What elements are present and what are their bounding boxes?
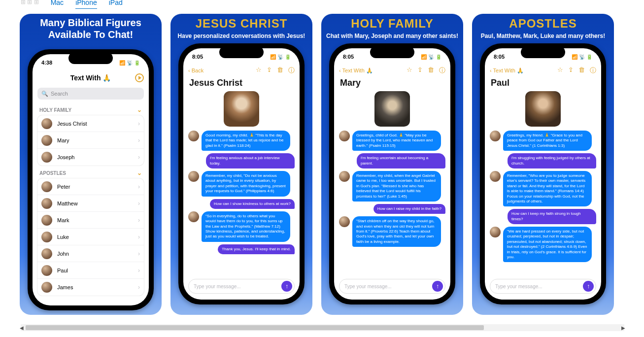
info-icon[interactable]: ⓘ [288, 66, 295, 75]
scroll-right-icon[interactable]: ▶ [621, 325, 625, 331]
list-item[interactable]: James› [37, 279, 144, 296]
avatar [41, 248, 52, 259]
avatar [525, 91, 561, 127]
send-button[interactable]: ↑ [583, 281, 594, 292]
status-time: 8:05 [494, 54, 505, 60]
send-button[interactable]: ↑ [432, 281, 443, 292]
chevron-right-icon: › [138, 284, 140, 291]
screenshot-card-3[interactable]: HOLY FAMILY Chat with Mary, Joseph and m… [321, 14, 463, 315]
avatar [41, 135, 52, 146]
avatar [188, 211, 199, 222]
chat-bubble: Remember, "Who are you to judge someone … [503, 171, 592, 206]
phone-mock: 4:38 📶📡🔋 Text With 🙏 🔍 Search HOLY FAMIL… [28, 49, 154, 310]
info-icon[interactable]: ⓘ [439, 66, 445, 75]
phone-mock: 8:05 📶📡🔋 ‹ Back ☆ ⇪ 🗑 ⓘ Jesus Christ [178, 43, 305, 304]
status-time: 8:05 [192, 54, 203, 60]
list-item[interactable]: Peter› [37, 178, 144, 195]
chat-bubble: Good morning, my child. 🙏 "This is the d… [202, 131, 290, 151]
list-item[interactable]: Mark› [37, 212, 144, 229]
send-button[interactable]: ↑ [281, 281, 292, 292]
avatar [339, 216, 350, 227]
message-input[interactable]: Type your message... ↑ [490, 279, 596, 294]
list-apostles: Peter› Matthew› Mark› Luke› John› Paul› … [37, 178, 144, 296]
chat-bubble: Remember, my child, when the angel Gabri… [352, 171, 441, 202]
avatar [41, 282, 52, 293]
list-item[interactable]: Jesus Christ› [37, 115, 144, 132]
avatar [339, 131, 350, 141]
tab-mac[interactable]: Mac [51, 0, 64, 9]
phone-mock: 8:05 📶📡🔋 ‹ Text With 🙏 ☆ ⇪ 🗑 ⓘ Paul [480, 43, 606, 304]
avatar [41, 181, 52, 192]
chevron-right-icon: › [138, 137, 140, 144]
section-header-holy-family[interactable]: HOLY FAMILY ⌄ [36, 102, 145, 115]
phone-notch [521, 46, 565, 58]
avatar [41, 118, 52, 129]
star-icon[interactable]: ☆ [407, 66, 412, 75]
card-subtitle: Paul, Matthew, Mark, Luke and many other… [478, 31, 608, 43]
chat-title: Mary [338, 76, 446, 91]
back-button[interactable]: ‹ Back [188, 67, 203, 73]
chat-title: Jesus Christ [187, 76, 296, 91]
list-item[interactable]: Joseph› [37, 149, 144, 166]
scrollbar-thumb[interactable] [26, 325, 484, 330]
chat-bubble: I'm feeling uncertain about becoming a p… [357, 153, 445, 168]
message-input[interactable]: Type your message... ↑ [339, 279, 445, 294]
list-item[interactable]: Matthew› [37, 195, 144, 212]
avatar [41, 215, 52, 226]
chevron-right-icon: › [138, 154, 140, 161]
trash-icon[interactable]: 🗑 [277, 66, 283, 75]
chevron-right-icon: › [138, 200, 140, 207]
avatar [490, 227, 501, 237]
avatar [490, 171, 501, 182]
tab-overview: ⊞ ⊞ ⊞ [21, 0, 39, 9]
tab-ipad[interactable]: iPad [109, 0, 123, 9]
share-icon[interactable]: ⇪ [417, 66, 423, 75]
screenshot-card-4[interactable]: APOSTLES Paul, Matthew, Mark, Luke and m… [472, 14, 614, 315]
chat-title: Paul [489, 76, 597, 91]
back-button[interactable]: ‹ Text With 🙏 [339, 67, 373, 74]
avatar [188, 171, 199, 182]
status-icons: 📶📡🔋 [119, 60, 140, 66]
section-header-apostles[interactable]: APOSTLES ⌄ [36, 166, 145, 178]
list-item[interactable]: John› [37, 245, 144, 262]
screenshot-gallery: Many Biblical Figures Available To Chat!… [20, 14, 624, 315]
card-title: HOLY FAMILY [351, 17, 434, 31]
share-icon[interactable]: ⇪ [568, 66, 574, 75]
card-title: APOSTLES [509, 17, 576, 31]
search-icon: 🔍 [41, 91, 48, 97]
chat-bubble: How can I show kindness to others at wor… [210, 199, 295, 209]
message-input[interactable]: Type your message... ↑ [188, 279, 295, 294]
card-subtitle: Have personalized conversations with Jes… [175, 31, 308, 43]
chat-bubble: "Start children off on the way they shou… [352, 216, 441, 247]
avatar [41, 198, 52, 209]
tab-iphone[interactable]: iPhone [75, 0, 97, 9]
play-icon[interactable] [135, 73, 144, 82]
star-icon[interactable]: ☆ [557, 66, 563, 75]
trash-icon[interactable]: 🗑 [428, 66, 434, 75]
chat-messages: Greetings, child of God. 🙏 "May you be b… [338, 131, 446, 276]
screenshot-card-1[interactable]: Many Biblical Figures Available To Chat!… [20, 14, 162, 315]
status-time: 8:05 [343, 54, 354, 60]
chevron-right-icon: › [138, 267, 140, 274]
list-item[interactable]: Paul› [37, 262, 144, 279]
chat-bubble: I'm feeling anxious about a job intervie… [206, 153, 295, 168]
list-item[interactable]: Luke› [37, 229, 144, 245]
horizontal-scrollbar[interactable]: ◀ ▶ [21, 324, 624, 331]
list-item[interactable]: Mary› [37, 132, 144, 149]
search-input[interactable]: 🔍 Search [37, 88, 144, 100]
info-icon[interactable]: ⓘ [590, 66, 596, 75]
trash-icon[interactable]: 🗑 [578, 66, 585, 75]
chat-messages: Good morning, my child. 🙏 "This is the d… [187, 131, 296, 276]
chat-bubble: Remember, my child, "Do not be anxious a… [202, 171, 290, 197]
chat-bubble: "So in everything, do to others what you… [202, 211, 290, 242]
scroll-left-icon[interactable]: ◀ [20, 325, 24, 331]
chat-bubble: Greetings, my friend. 🙏 "Grace to you an… [503, 131, 592, 151]
chevron-right-icon: › [138, 250, 140, 257]
star-icon[interactable]: ☆ [256, 66, 262, 75]
list-holy-family: Jesus Christ› Mary› Joseph› [37, 115, 144, 166]
share-icon[interactable]: ⇪ [267, 66, 272, 75]
card-title: JESUS CHRIST [196, 17, 288, 31]
back-button[interactable]: ‹ Text With 🙏 [490, 67, 524, 74]
screenshot-card-2[interactable]: JESUS CHRIST Have personalized conversat… [170, 14, 312, 315]
avatar [41, 232, 52, 242]
